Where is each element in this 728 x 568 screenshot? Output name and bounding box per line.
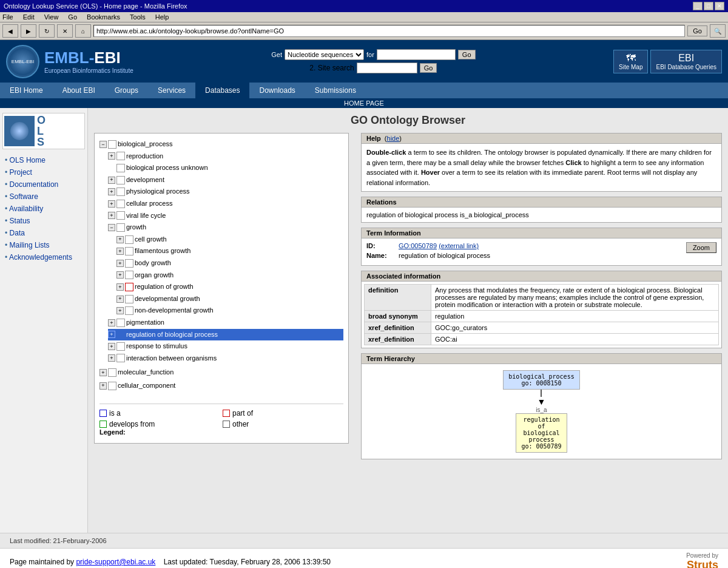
expand-physiological-process[interactable]: + [108, 188, 115, 195]
tree-item-growth[interactable]: − growth [108, 221, 343, 234]
assoc-row-broad-synonym: broad synonym regulation [365, 311, 719, 322]
expand-viral-life-cycle[interactable]: + [108, 212, 115, 219]
minimize-button[interactable]: _ [693, 2, 703, 10]
expand-developmental-growth[interactable]: + [116, 296, 124, 303]
window-controls[interactable]: _ □ ✕ [693, 2, 724, 10]
menu-go[interactable]: Go [68, 13, 77, 21]
tree-item-cellular-component[interactable]: + cellular_component [99, 380, 343, 392]
expand-organ-growth[interactable]: + [116, 271, 124, 279]
address-bar[interactable] [93, 25, 685, 37]
site-map-button[interactable]: 🗺 Site Map [613, 50, 648, 73]
expand-filamentous-growth[interactable]: + [116, 248, 124, 255]
expand-interaction-between-organisms[interactable]: + [108, 354, 115, 362]
home-button[interactable]: ⌂ [75, 24, 91, 38]
term-id-link[interactable]: GO:0050789 [399, 242, 437, 249]
tree-item-response-to-stimulus[interactable]: + response to stimulus [108, 340, 343, 353]
menu-view[interactable]: View [44, 13, 59, 21]
tree-item-reproduction[interactable]: + reproduction [108, 150, 343, 163]
site-search-input[interactable] [357, 63, 417, 73]
maximize-button[interactable]: □ [704, 2, 713, 10]
stop-button[interactable]: ✕ [57, 24, 73, 38]
search-go-button[interactable]: Go [458, 50, 476, 59]
nav-submissions[interactable]: Submissions [305, 83, 366, 98]
tree-item-pigmentation[interactable]: + pigmentation [108, 317, 343, 329]
search-row-2: 2. Site search Go [309, 63, 437, 73]
node-label-biological-process: biological_process [118, 139, 173, 150]
expand-non-developmental-growth[interactable]: + [116, 307, 124, 314]
tree-item-organ-growth[interactable]: + organ growth [116, 269, 343, 282]
hierarchy-child-box[interactable]: regulation of biological process go: 005… [516, 413, 567, 453]
hierarchy-parent-box[interactable]: biological_process go: 0008150 [503, 370, 579, 390]
tree-item-regulation-biological-process[interactable]: + regulation of biological process [108, 329, 343, 341]
expand-reproduction[interactable]: + [108, 152, 115, 160]
tree-item-regulation-of-growth[interactable]: + regulation of growth [116, 281, 343, 293]
term-external-link[interactable]: (external link) [439, 242, 479, 249]
tree-item-filamentous-growth[interactable]: + filamentous growth [116, 245, 343, 257]
tree-item-development[interactable]: + development [108, 174, 343, 186]
tree-item-developmental-growth[interactable]: + developmental growth [116, 293, 343, 305]
sidebar-item-mailing-lists[interactable]: Mailing Lists [2, 239, 85, 251]
hierarchy-arrow-line [541, 390, 542, 397]
sidebar-item-software[interactable]: Software [2, 191, 85, 203]
tree-item-bio-process-unknown[interactable]: biological process unknown [108, 162, 343, 174]
expand-cellular-component[interactable]: + [99, 382, 107, 390]
search-button[interactable]: 🔍 [710, 24, 726, 38]
expand-cell-growth[interactable]: + [116, 236, 124, 243]
sidebar-item-documentation[interactable]: Documentation [2, 178, 85, 191]
node-icon-development [116, 176, 125, 184]
back-button[interactable]: ◀ [2, 24, 18, 38]
sidebar-item-acknowledgements[interactable]: Acknowledgements [2, 251, 85, 263]
nav-databases[interactable]: Databases [195, 83, 249, 98]
nav-services[interactable]: Services [148, 83, 195, 98]
relations-text: regulation of biological process is_a bi… [366, 211, 529, 218]
relations-section: Relations regulation of biological proce… [361, 197, 722, 223]
db-queries-button[interactable]: EBI EBI Database Queries [650, 50, 722, 73]
zoom-button[interactable]: Zoom [686, 242, 716, 253]
menu-edit[interactable]: Edit [23, 13, 35, 21]
search-type-select[interactable]: Nucleotide sequences [285, 49, 364, 60]
sidebar-item-status[interactable]: Status [2, 215, 85, 227]
close-button[interactable]: ✕ [715, 2, 724, 10]
reload-button[interactable]: ↻ [39, 24, 55, 38]
site-search-go-button[interactable]: Go [420, 63, 437, 73]
node-icon-regulation-of-growth [125, 283, 133, 291]
associated-info-section: Associated information definition Any pr… [361, 271, 722, 348]
email-link[interactable]: pride-support@ebi.ac.uk [76, 558, 155, 566]
tree-item-non-developmental-growth[interactable]: + non-developmental growth [116, 305, 343, 317]
sidebar-item-project[interactable]: Project [2, 166, 85, 178]
expand-molecular-function[interactable]: + [99, 369, 107, 376]
nav-about-ebi[interactable]: About EBI [53, 83, 105, 98]
tree-item-interaction-between-organisms[interactable]: + interaction between organisms [108, 353, 343, 365]
search-input[interactable] [377, 49, 456, 60]
menu-bookmarks[interactable]: Bookmarks [87, 13, 120, 21]
expand-regulation-bio-process[interactable]: + [108, 331, 115, 338]
expand-cellular-process[interactable]: + [108, 200, 115, 208]
nav-ebi-home[interactable]: EBI Home [0, 83, 53, 98]
hide-help-link[interactable]: hide [387, 135, 400, 142]
tree-item-body-growth[interactable]: + body growth [116, 257, 343, 269]
tree-item-physiological-process[interactable]: + physiological process [108, 186, 343, 198]
tree-item-cellular-process[interactable]: + cellular process [108, 198, 343, 210]
menu-tools[interactable]: Tools [130, 13, 146, 21]
expand-biological-process[interactable]: − [99, 141, 107, 148]
sidebar-item-ols-home[interactable]: OLS Home [2, 154, 85, 166]
expand-development[interactable]: + [108, 177, 115, 184]
sidebar-item-availability[interactable]: Availability [2, 203, 85, 215]
nav-downloads[interactable]: Downloads [249, 83, 305, 98]
assoc-row-definition: definition Any process that modulates th… [365, 285, 719, 311]
menu-help[interactable]: Help [155, 13, 169, 21]
expand-regulation-of-growth[interactable]: + [116, 283, 124, 291]
tree-item-viral-life-cycle[interactable]: + viral life cycle [108, 210, 343, 222]
expand-pigmentation[interactable]: + [108, 319, 115, 326]
sidebar-item-data[interactable]: Data [2, 227, 85, 239]
nav-groups[interactable]: Groups [105, 83, 148, 98]
tree-item-biological-process[interactable]: − biological_process [99, 138, 343, 150]
go-button[interactable]: Go [687, 25, 707, 36]
expand-growth[interactable]: − [108, 224, 115, 231]
menu-file[interactable]: File [2, 13, 13, 21]
expand-response-to-stimulus[interactable]: + [108, 343, 115, 350]
tree-item-molecular-function[interactable]: + molecular_function [99, 367, 343, 379]
expand-body-growth[interactable]: + [116, 260, 124, 267]
tree-item-cell-growth[interactable]: + cell growth [116, 234, 343, 246]
forward-button[interactable]: ▶ [21, 24, 36, 38]
